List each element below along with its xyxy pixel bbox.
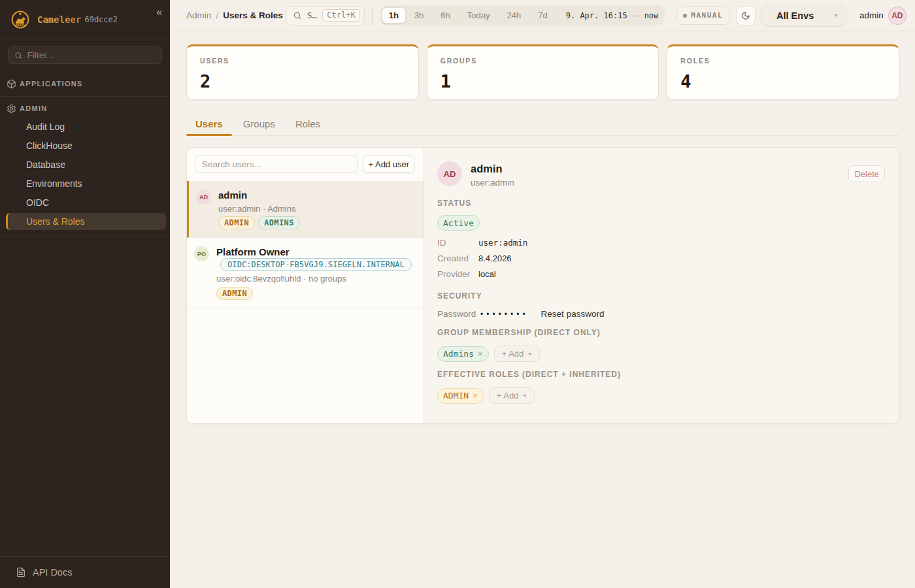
- role-chips: ADMIN× + Add: [437, 387, 885, 404]
- section-applications: APPLICATIONS: [0, 77, 170, 90]
- sidebar-collapse-button[interactable]: [155, 8, 163, 17]
- range-24h[interactable]: 24h: [499, 7, 530, 24]
- group-chips: Admins× + Add: [437, 346, 885, 362]
- breadcrumb-current: Users & Roles: [223, 10, 283, 20]
- password-row: Password •••••••• Reset password: [437, 309, 885, 319]
- global-search-button[interactable]: S… Ctrl+K: [286, 6, 365, 25]
- stat-cards: USERS 2 GROUPS 1 ROLES 4: [186, 44, 899, 100]
- sidebar-filter-input[interactable]: [27, 50, 156, 60]
- field-value: local: [478, 269, 496, 279]
- search-placeholder-text: S…: [307, 10, 318, 20]
- topbar-divider: [372, 7, 373, 25]
- file-text-icon: [16, 567, 26, 578]
- env-select[interactable]: All Envs: [761, 5, 846, 27]
- role-chip-label: ADMIN: [443, 391, 469, 400]
- sidebar-item-users-roles[interactable]: Users & Roles: [6, 213, 166, 230]
- role-chip-admin: ADMIN×: [437, 388, 484, 404]
- section-admin: ADMIN: [0, 102, 170, 115]
- field-value: user:admin: [478, 238, 527, 248]
- theme-toggle-button[interactable]: [736, 6, 756, 25]
- topbar: Admin / Users & Roles S… Ctrl+K 1h 3h 6h…: [170, 0, 915, 31]
- user-item-body: Platform Owner OIDC:DESKTOP-FB5VGJ9.SIEG…: [216, 246, 412, 300]
- breadcrumb-root[interactable]: Admin: [186, 10, 211, 20]
- remove-role-icon[interactable]: ×: [473, 391, 478, 400]
- section-label: ADMIN: [20, 105, 48, 112]
- tab-users[interactable]: Users: [186, 112, 232, 135]
- user-list: + Add user AD admin user:admin · Admins …: [187, 148, 424, 423]
- range-3h[interactable]: 3h: [406, 7, 432, 24]
- add-role-button[interactable]: + Add: [489, 387, 535, 404]
- stat-label: GROUPS: [441, 57, 646, 65]
- tabs: Users Groups Roles: [186, 112, 899, 136]
- section-label: APPLICATIONS: [20, 80, 83, 88]
- status-row: Active: [437, 215, 885, 231]
- sidebar-item-oidc[interactable]: OIDC: [6, 194, 166, 211]
- tab-groups[interactable]: Groups: [234, 112, 284, 135]
- range-1h[interactable]: 1h: [382, 7, 406, 24]
- field-row-created: Created 8.4.2026: [437, 250, 885, 266]
- user-list-item-admin[interactable]: AD admin user:admin · Admins ADMIN ADMIN…: [187, 181, 424, 238]
- refresh-mode-button[interactable]: MANUAL: [676, 7, 729, 25]
- range-7d[interactable]: 7d: [529, 7, 556, 24]
- package-icon: [7, 79, 16, 89]
- user-search-input[interactable]: [195, 155, 358, 173]
- moon-icon: [741, 11, 750, 20]
- refresh-mode-label: MANUAL: [691, 11, 723, 20]
- user-badges: ADMIN: [216, 287, 412, 300]
- stat-label: ROLES: [680, 57, 886, 65]
- tab-roles[interactable]: Roles: [286, 112, 329, 135]
- range-today[interactable]: Today: [459, 7, 499, 24]
- sidebar-item-database[interactable]: Database: [6, 156, 166, 173]
- user-name: Platform Owner: [216, 246, 412, 258]
- range-6h[interactable]: 6h: [432, 7, 458, 24]
- field-value: 8.4.2026: [478, 253, 512, 263]
- main-area: Admin / Users & Roles S… Ctrl+K 1h 3h 6h…: [170, 0, 915, 588]
- stat-value: 2: [200, 73, 405, 91]
- field-label: Created: [437, 253, 478, 263]
- user-detail: AD admin user:admin Delete STATUS Active…: [424, 148, 899, 423]
- sidebar: Cameleer 69dcce2 APPLICATIONS ADMIN Audi…: [0, 0, 170, 588]
- user-list-header: + Add user: [187, 148, 424, 181]
- detail-user-id: user:admin: [471, 178, 514, 188]
- time-separator: —: [632, 11, 640, 20]
- cameleer-logo-icon: [11, 10, 29, 29]
- add-user-button[interactable]: + Add user: [363, 155, 414, 173]
- time-range-picker: 1h 3h 6h Today 24h 7d 9. Apr. 16:15 — no…: [380, 5, 665, 25]
- sidebar-item-audit-log[interactable]: Audit Log: [6, 118, 166, 135]
- user-avatar[interactable]: AD: [888, 7, 907, 25]
- stat-value: 4: [680, 73, 886, 91]
- sidebar-item-environments[interactable]: Environments: [6, 175, 166, 192]
- password-label: Password: [437, 309, 480, 319]
- api-docs-link[interactable]: API Docs: [0, 556, 170, 588]
- sidebar-header: Cameleer 69dcce2: [0, 0, 170, 39]
- role-badge: ADMIN: [216, 287, 253, 300]
- groups-section-header: GROUP MEMBERSHIP (DIRECT ONLY): [437, 328, 885, 337]
- add-role-label: + Add: [497, 391, 519, 400]
- user-item-body: admin user:admin · Admins ADMIN ADMINS: [218, 189, 300, 229]
- status-badge: Active: [437, 215, 480, 231]
- api-docs-label: API Docs: [33, 567, 72, 578]
- build-hash: 69dcce2: [84, 15, 118, 24]
- sidebar-item-clickhouse[interactable]: ClickHouse: [6, 137, 166, 154]
- status-section-header: STATUS: [437, 199, 885, 208]
- field-label: ID: [437, 238, 478, 248]
- field-row-provider: Provider local: [437, 266, 885, 282]
- stat-label: USERS: [200, 57, 405, 65]
- delete-user-button[interactable]: Delete: [848, 165, 885, 182]
- add-group-button[interactable]: + Add: [494, 346, 541, 362]
- sidebar-filter[interactable]: [8, 46, 162, 64]
- security-section-header: SECURITY: [437, 291, 885, 301]
- oidc-badge: OIDC:DESKTOP-FB5VGJ9.SIEGELN.INTERNAL: [220, 258, 412, 271]
- user-list-item-platform-owner[interactable]: PO Platform Owner OIDC:DESKTOP-FB5VGJ9.S…: [187, 238, 424, 308]
- user-badges: ADMIN ADMINS: [218, 216, 300, 229]
- chevron-down-icon: [528, 353, 532, 355]
- group-badge: ADMINS: [258, 216, 300, 229]
- remove-group-icon[interactable]: ×: [478, 349, 483, 359]
- stat-value: 1: [441, 73, 646, 91]
- time-from[interactable]: 9. Apr. 16:15: [566, 11, 627, 20]
- avatar: PO: [194, 246, 209, 261]
- reset-password-link[interactable]: Reset password: [541, 309, 605, 319]
- detail-title-block: admin user:admin: [471, 161, 514, 188]
- search-icon: [14, 51, 23, 60]
- time-to[interactable]: now: [644, 11, 659, 20]
